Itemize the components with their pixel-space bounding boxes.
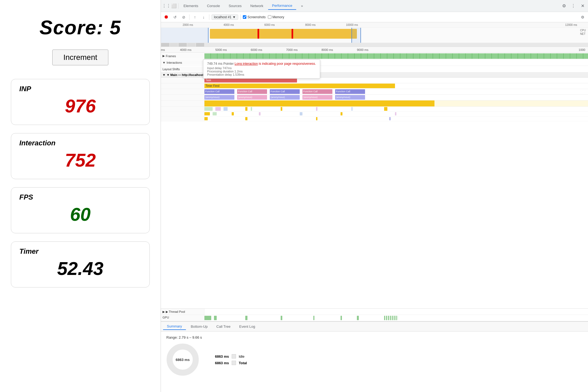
tab-bottomup[interactable]: Bottom-Up [187, 323, 212, 330]
overview-labels: CPU NET [580, 29, 586, 35]
devtools-tabbar: ⋮⋮ ⬜ Elements Console Sources Network Pe… [161, 0, 588, 12]
popup-link[interactable]: Long interaction [235, 62, 258, 66]
inp-value: 976 [19, 95, 141, 117]
capture-settings-icon[interactable]: ⚙ [579, 14, 586, 20]
cpu-mark-1 [258, 29, 259, 39]
popup-time-event: 749.74 ms Pointer Long interaction is in… [207, 62, 316, 66]
selection-right[interactable] [351, 28, 361, 43]
fc-label-empty [161, 89, 204, 94]
time-ruler-overview: 2000 ms 4000 ms 6000 ms 8000 ms 10000 ms… [161, 22, 588, 28]
memory-label: Memory [272, 15, 284, 19]
marker-12000: 12000 ms [565, 23, 577, 26]
tab-summary[interactable]: Summary [163, 323, 186, 330]
fc-bar-3: Function Call [270, 89, 300, 94]
score-title: Score: 5 [39, 16, 121, 39]
tab-console[interactable]: Console [203, 2, 224, 10]
thumbnail [187, 43, 195, 47]
fc-bar-4: Function Call [302, 89, 332, 94]
flame-row-3 [161, 117, 588, 121]
time-ruler-detail: ms 4000 ms 5000 ms 6000 ms 7000 ms 8000 … [161, 47, 588, 53]
tab-sources[interactable]: Sources [225, 2, 246, 10]
thumbnail [196, 43, 204, 47]
function-call-row: Function Call Function Call Function Cal… [161, 89, 588, 95]
tab-performance[interactable]: Performance [268, 2, 296, 10]
record-icon[interactable]: ⏺ [163, 14, 170, 20]
fr3-bar2 [245, 117, 247, 120]
devtools-icon-devices[interactable]: ⬜ [171, 3, 177, 9]
download-icon[interactable]: ↓ [200, 14, 207, 20]
left-panel: Score: 5 Increment INP 976 Interaction 7… [0, 0, 161, 392]
fr3-bar4 [390, 117, 390, 120]
flame-content-1 [204, 100, 588, 106]
tab-network[interactable]: Network [247, 2, 267, 10]
tab-eventlog[interactable]: Event Log [235, 323, 259, 330]
timeline-overview[interactable]: 2000 ms 4000 ms 6000 ms 8000 ms 10000 ms… [161, 22, 588, 47]
collapse-interactions-icon[interactable]: ▼ [163, 61, 166, 64]
increment-button[interactable]: Increment [52, 50, 109, 65]
layout-shifts-label: Layout Shifts [161, 67, 204, 72]
gpu-bar-3 [245, 316, 247, 320]
function-call-content: Function Call Function Call Function Cal… [204, 89, 588, 94]
memory-checkbox[interactable] [268, 15, 271, 19]
thread-pool-label: ▶ ▶ Thread Pool [161, 309, 204, 315]
detail-marker-6000: 6000 ms [251, 48, 262, 51]
fr1-bar6 [281, 107, 282, 111]
interaction-popup: 749.74 ms Pointer Long interaction is in… [203, 59, 320, 79]
popup-time: 749.74 ms [207, 62, 222, 66]
detail-marker-5000: 5000 ms [215, 48, 227, 51]
range-text: Range: 2.79 s – 9.66 s [166, 335, 583, 339]
gpu-content [204, 315, 588, 321]
total-box [232, 361, 236, 365]
expand-thread-icon[interactable]: ▶ [163, 310, 165, 314]
screenshots-checkbox-label[interactable]: Screenshots [243, 15, 266, 19]
more-icon[interactable]: ⋮ [570, 3, 577, 9]
devtools-panel: ⋮⋮ ⬜ Elements Console Sources Network Pe… [161, 0, 588, 392]
interactions-label: ▼ Interactions [161, 60, 204, 65]
legend-total: 6863 ms Total [210, 361, 247, 365]
close-icon[interactable]: ✕ [579, 3, 586, 9]
marker-8000: 8000 ms [305, 23, 316, 26]
detail-marker-7000: 7000 ms [286, 48, 298, 51]
fr2-bar4 [259, 112, 261, 115]
idle-box [232, 354, 236, 359]
tab-more[interactable]: » [297, 2, 307, 10]
tab-calltree[interactable]: Call Tree [213, 323, 234, 330]
timer-label: Timer [19, 247, 141, 256]
expand-frames-icon[interactable]: ▶ [163, 54, 165, 58]
task-label-empty [161, 78, 204, 83]
interaction-label: Interaction [19, 139, 141, 147]
detail-marker-8000: 8000 ms [321, 48, 333, 51]
popup-message: is indicating poor page responsiveness. [259, 62, 316, 66]
timer-fired-bar: Timer Fired [204, 84, 395, 88]
gpu-bar-5 [313, 316, 314, 320]
settings-icon[interactable]: ⚙ [561, 3, 567, 9]
reload-icon[interactable]: ↺ [172, 14, 178, 20]
flamechart-yellow [161, 100, 588, 107]
anon-bar-1: (anonymous) [204, 95, 234, 100]
memory-checkbox-label[interactable]: Memory [268, 15, 284, 19]
marker-4000: 4000 ms [223, 23, 234, 26]
gpu-bar-1 [204, 316, 211, 320]
collapse-main-icon[interactable]: ▼ [163, 73, 166, 76]
tab-elements[interactable]: Elements [180, 2, 202, 10]
timer-content: Timer Fired [204, 83, 588, 89]
fr3-content [204, 117, 588, 121]
timer-fired-row: Timer Fired [161, 83, 588, 89]
bottom-panel: Summary Bottom-Up Call Tree Event Log Ra… [161, 321, 588, 392]
url-selector[interactable]: localhost #1 ▼ [212, 14, 238, 20]
fr3-label [161, 117, 204, 121]
fc-bar-1: Function Call [204, 89, 234, 94]
flame-row-1 [161, 107, 588, 112]
anon-label-empty [161, 95, 204, 100]
thumbnail [179, 43, 187, 47]
screenshots-checkbox[interactable] [243, 15, 246, 19]
upload-icon[interactable]: ↑ [192, 14, 198, 20]
fr3-bar3 [316, 117, 317, 120]
screenshot-strip [161, 43, 588, 47]
devtools-icon-grid[interactable]: ⋮⋮ [163, 3, 170, 9]
flame-label-empty [161, 100, 204, 106]
clear-icon[interactable]: ⊘ [180, 14, 187, 20]
fc-bar-5: Function Call [335, 89, 365, 94]
fr2-bar3 [232, 112, 234, 115]
selection-left[interactable] [161, 28, 209, 43]
